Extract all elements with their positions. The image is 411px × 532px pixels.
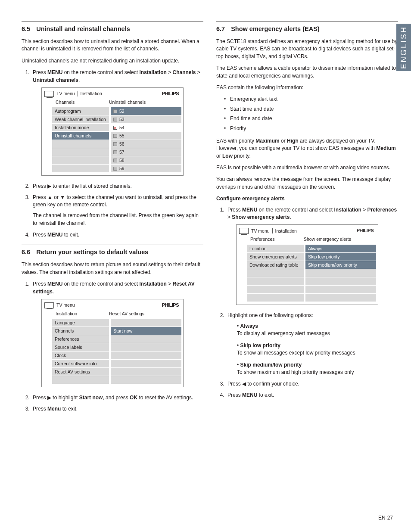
option-desc: To show all messages except low priority… [237, 350, 355, 356]
list-item: Downloaded rating table [247, 261, 304, 269]
s65-step3-p2: The channel is removed from the channel … [33, 212, 203, 227]
t: 57 [119, 149, 125, 155]
t: 55 [119, 133, 125, 138]
ok-btn: OK [130, 395, 137, 401]
list-item [305, 294, 376, 302]
t: 53 [119, 117, 125, 122]
t: 54 [119, 125, 125, 130]
t: . [78, 77, 80, 83]
separator-icon [272, 228, 273, 233]
breadcrumb: TV menu Installation [239, 228, 297, 234]
s66-step3: Press Menu to exit. [31, 405, 203, 413]
list-item: Show emergency alerts [247, 253, 304, 261]
section-num: 6.6 [22, 249, 30, 255]
option-desc: To show maximum and high priority messag… [237, 369, 354, 375]
checkbox-icon [113, 159, 117, 162]
list-item [247, 294, 304, 302]
s65-step2: Press ▶ to enter the list of stored chan… [31, 183, 203, 190]
bullet: Emergency alert text [224, 96, 398, 103]
path: Channels [173, 69, 196, 75]
t: on the remote control and select [62, 69, 139, 75]
list-item [111, 352, 181, 359]
t: to highlight [51, 395, 79, 401]
page-body: 6.5Uninstall and reinstall channels This… [0, 0, 411, 432]
path: Installation [139, 69, 166, 75]
list-item: 57 [111, 148, 181, 156]
tv-menu-reset: TV menu PHILIPS Installation Reset AV se… [41, 299, 184, 387]
list-item: Channels [52, 327, 109, 335]
s66-step2: Press ▶ to highlight Start now, and pres… [31, 394, 203, 401]
list-item: Skip medium/low priority [305, 261, 376, 269]
t: Press [227, 207, 242, 213]
s67-step4: Press MENU to exit. [226, 392, 398, 399]
tv-header: TV menu Installation PHILIPS [237, 225, 378, 234]
s65-steps: Press MENU on the remote control and sel… [22, 69, 203, 239]
t: Press [33, 406, 47, 412]
list-item [305, 269, 376, 277]
menu-btn: MENU [242, 207, 257, 213]
crumb: TV menu [56, 90, 75, 97]
crumb: TV menu [251, 228, 270, 234]
bullet: End time and date [224, 115, 398, 122]
section-num: 6.5 [22, 25, 30, 32]
tv-header: TV menu PHILIPS [42, 299, 183, 309]
list-item: Clock [52, 352, 109, 359]
option-label: Skip low priority [237, 342, 280, 348]
brand-logo: PHILIPS [357, 227, 374, 234]
checkbox-icon [113, 142, 117, 146]
tv-subhead: Channels Uninstall channels [42, 97, 183, 107]
page-number: EN-27 [378, 514, 393, 522]
list-item [52, 376, 109, 384]
brand-logo: PHILIPS [162, 302, 179, 309]
t: Press [227, 392, 242, 398]
menu-btn: MENU [47, 281, 62, 287]
tv-right-col: 52 53 54 55 56 57 58 59 [111, 107, 181, 173]
crumb: Installation [81, 90, 102, 97]
checkbox-icon [113, 167, 117, 171]
tv-left-col: Location Show emergency alerts Downloade… [247, 245, 304, 302]
priority-med: Medium [376, 145, 395, 151]
t: 58 [119, 158, 125, 163]
bullet: Start time and date [224, 106, 398, 113]
t: > [361, 207, 367, 213]
list-item [52, 156, 109, 164]
s67-step3: Press ◀ to confirm your choice. [226, 380, 398, 388]
list-item: 58 [111, 156, 181, 164]
list-item [52, 165, 109, 172]
list-item [52, 148, 109, 156]
s65-p2: Uninstalled channels are not reinstalled… [22, 57, 203, 65]
list-item [111, 343, 181, 351]
list-item: Current software info [52, 360, 109, 367]
path: Installation [139, 281, 166, 287]
start-now: Start now [79, 395, 103, 401]
down-arrow-icon: ▼ [60, 194, 65, 200]
checkbox-icon [113, 134, 117, 138]
up-arrow-icon: ▲ [47, 194, 53, 200]
list-item: Reset AV settings [52, 368, 109, 376]
tv-subhead: Preferences Show emergency alerts [237, 234, 378, 244]
list-item [111, 319, 181, 327]
separator-icon [78, 91, 78, 96]
sub-left: Channels [56, 99, 109, 106]
checkbox-icon [113, 150, 117, 154]
list-item [247, 277, 304, 285]
t: to enter the list of stored channels. [51, 183, 132, 189]
path: Installation [334, 207, 361, 213]
list-item: 56 [111, 140, 181, 148]
list-item: 52 [111, 107, 181, 115]
option-label: Skip medium/low priority [237, 362, 302, 368]
list-item: Source labels [52, 343, 109, 351]
left-column: 6.5Uninstall and reinstall channels This… [22, 22, 203, 419]
s67-p4: EAS with priority Maximum or High are al… [216, 137, 398, 160]
section-title: Return your settings to default values [36, 249, 148, 255]
t: > [167, 281, 173, 287]
s65-step4: Press MENU to exit. [31, 231, 203, 239]
s66-steps: Press MENU on the remote control and sel… [22, 280, 203, 413]
crumb: TV menu [56, 302, 75, 308]
t: to exit. [257, 392, 274, 398]
section-6-7-heading: 6.7Show emergency alerts (EAS) [216, 22, 398, 34]
list-item: Preferences [52, 335, 109, 343]
list-item [247, 286, 304, 293]
breadcrumb: TV menu Installation [44, 90, 102, 97]
option: Always To display all emergency alert me… [237, 323, 398, 338]
